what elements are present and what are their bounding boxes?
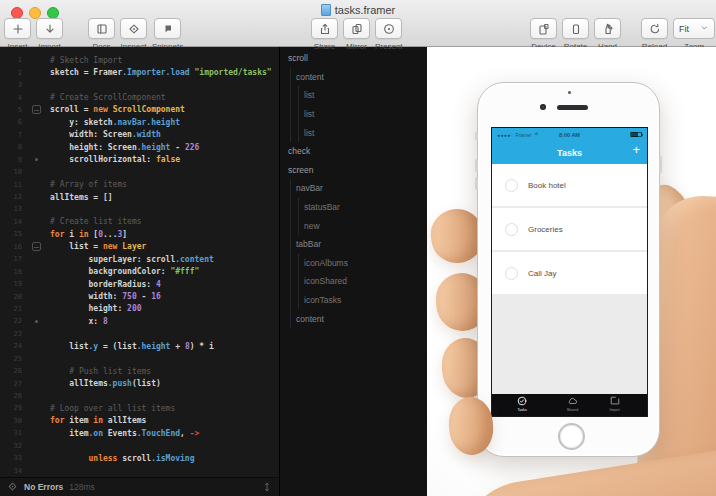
code-editor[interactable]: 1# Sketch Import2sketch = Framer.Importe… xyxy=(0,47,280,496)
rotate-button[interactable] xyxy=(562,18,589,39)
code-line[interactable]: 26 # Push list items xyxy=(0,365,279,377)
code-line[interactable]: 21 height: 200 xyxy=(0,303,279,315)
device-button[interactable] xyxy=(530,18,557,39)
code-line[interactable]: 7 width: Screen.width xyxy=(0,129,279,141)
code-line[interactable]: 33 unless scroll.isMoving xyxy=(0,452,279,464)
nav-title: Tasks xyxy=(557,148,582,158)
code-lines[interactable]: 1# Sketch Import2sketch = Framer.Importe… xyxy=(0,47,279,477)
code-text: # Array of items xyxy=(50,180,127,189)
insert-button[interactable] xyxy=(4,18,31,39)
task-label: Call Jay xyxy=(528,269,556,278)
code-line[interactable]: 14# Create list items xyxy=(0,216,279,228)
docs-button[interactable] xyxy=(88,18,115,39)
layer-item-content[interactable]: content xyxy=(280,68,427,87)
code-line[interactable]: 28 xyxy=(0,390,279,402)
snippets-button[interactable] xyxy=(154,18,181,39)
titlebar: tasks.framer InsertImport DocsInspectSni… xyxy=(0,0,716,47)
task-row[interactable]: Book hotel xyxy=(492,164,647,206)
diamond-icon[interactable] xyxy=(7,481,18,494)
share-button[interactable] xyxy=(311,18,338,39)
layer-item-statusBar[interactable]: statusBar xyxy=(280,198,427,217)
layer-item-list[interactable]: list xyxy=(280,86,427,105)
code-line[interactable]: 29# Loop over all list items xyxy=(0,402,279,414)
code-line[interactable]: 4# Create ScrollComponent xyxy=(0,91,279,103)
code-line[interactable]: 20 width: 750 - 16 xyxy=(0,290,279,302)
import-button[interactable] xyxy=(36,18,63,39)
code-line[interactable]: 31 item.on Events.TouchEnd, -> xyxy=(0,427,279,439)
line-number: 28 xyxy=(0,392,22,400)
line-number: 6 xyxy=(0,118,22,126)
layer-item-check[interactable]: check xyxy=(280,142,427,161)
code-line[interactable]: 25 xyxy=(0,353,279,365)
layer-item-scroll[interactable]: scroll xyxy=(280,49,427,68)
present-button[interactable] xyxy=(375,18,402,39)
task-row[interactable]: Groceries xyxy=(492,208,647,250)
task-checkbox[interactable] xyxy=(505,223,518,236)
code-text: scrollHorizontal: false xyxy=(50,155,180,164)
cloud-icon xyxy=(567,396,578,406)
code-line[interactable]: 30for item in allItems xyxy=(0,415,279,427)
add-task-button[interactable]: + xyxy=(632,142,640,157)
layer-item-iconAlbums[interactable]: iconAlbums xyxy=(280,254,427,273)
code-line[interactable]: 12allItems = [] xyxy=(0,191,279,203)
layer-item-iconTasks[interactable]: iconTasks xyxy=(280,291,427,310)
code-line[interactable]: 24 list.y = (list.height + 8) * i xyxy=(0,340,279,352)
code-line[interactable]: 32 xyxy=(0,440,279,452)
code-text: list = new Layer xyxy=(50,242,146,251)
layer-item-new[interactable]: new xyxy=(280,216,427,235)
code-line[interactable]: 18 backgroundColor: "#fff" xyxy=(0,265,279,277)
tab-shared[interactable]: Shared xyxy=(555,396,589,412)
layer-item-iconShared[interactable]: iconShared xyxy=(280,272,427,291)
layer-item-navBar[interactable]: navBar xyxy=(280,179,427,198)
code-line[interactable]: 13 xyxy=(0,203,279,215)
code-line[interactable]: 1# Sketch Import xyxy=(0,54,279,66)
layer-item-list[interactable]: list xyxy=(280,105,427,124)
snippets-icon xyxy=(162,23,174,35)
code-line[interactable]: 17 superLayer: scroll.content xyxy=(0,253,279,265)
code-line[interactable]: 11# Array of items xyxy=(0,178,279,190)
code-text: borderRadius: 4 xyxy=(50,280,161,289)
hand-button[interactable] xyxy=(594,18,621,39)
layer-item-content[interactable]: content xyxy=(280,309,427,328)
code-line[interactable]: 5scroll = new ScrollComponent xyxy=(0,104,279,116)
line-number: 27 xyxy=(0,380,22,388)
code-text: # Create list items xyxy=(50,217,142,226)
code-text: for i in [0...3] xyxy=(50,230,127,239)
code-line[interactable]: 8 height: Screen.height - 226 xyxy=(0,141,279,153)
tab-import[interactable]: Import xyxy=(598,396,632,412)
task-checkbox[interactable] xyxy=(505,179,518,192)
updown-icon[interactable] xyxy=(262,482,272,492)
zoom-dropdown[interactable]: Fit xyxy=(673,18,715,39)
fold-toggle-icon[interactable] xyxy=(22,105,50,114)
code-line[interactable]: 15for i in [0...3] xyxy=(0,228,279,240)
inspect-button[interactable] xyxy=(120,18,147,39)
fold-toggle-icon[interactable] xyxy=(22,242,50,251)
code-text: width: 750 - 16 xyxy=(50,292,161,301)
tab-tasks[interactable]: Tasks xyxy=(505,396,539,412)
share-icon xyxy=(319,23,331,35)
code-line[interactable]: 27 allItems.push(list) xyxy=(0,377,279,389)
code-line[interactable]: 3 xyxy=(0,79,279,91)
code-line[interactable]: 2sketch = Framer.Importer.load "imported… xyxy=(0,66,279,78)
task-row[interactable]: Call Jay xyxy=(492,252,647,294)
volume-down-button xyxy=(475,177,478,190)
line-number: 25 xyxy=(0,355,22,363)
line-number: 21 xyxy=(0,305,22,313)
code-line[interactable]: 19 borderRadius: 4 xyxy=(0,278,279,290)
task-checkbox[interactable] xyxy=(505,267,518,280)
layer-item-list[interactable]: list xyxy=(280,123,427,142)
task-list: Book hotelGroceriesCall JayTasksSharedIm… xyxy=(492,164,647,416)
mirror-button[interactable] xyxy=(343,18,370,39)
window-title: tasks.framer xyxy=(0,4,716,16)
layer-item-tabBar[interactable]: tabBar xyxy=(280,235,427,254)
code-line[interactable]: 22 x: 8 xyxy=(0,315,279,327)
code-line[interactable]: 23 xyxy=(0,328,279,340)
code-line[interactable]: 34 xyxy=(0,464,279,476)
reload-button[interactable] xyxy=(641,18,668,39)
code-line[interactable]: 6 y: sketch.navBar.height xyxy=(0,116,279,128)
code-line[interactable]: 10 xyxy=(0,166,279,178)
layer-item-screen[interactable]: screen xyxy=(280,161,427,180)
code-line[interactable]: 16 list = new Layer xyxy=(0,241,279,253)
code-line[interactable]: 9 scrollHorizontal: false xyxy=(0,154,279,166)
battery-icon xyxy=(630,132,642,137)
